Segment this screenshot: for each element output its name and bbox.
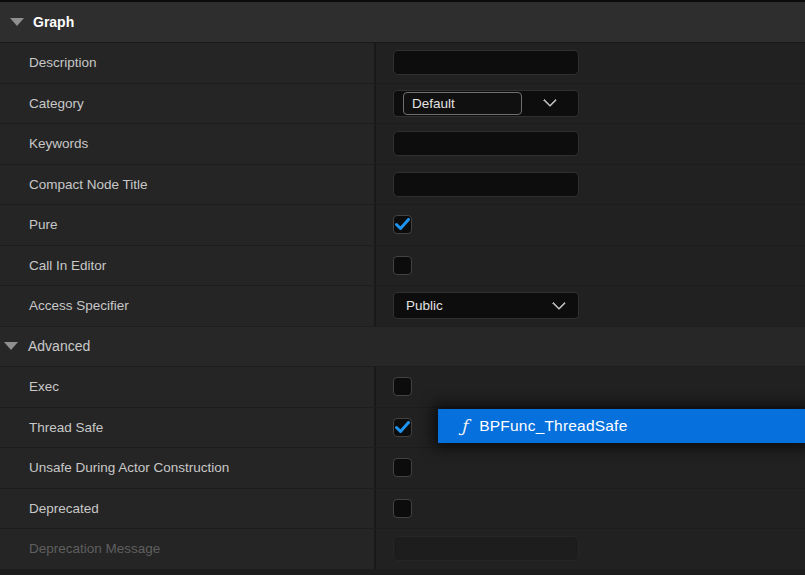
section-header-graph[interactable]: Graph [0,2,805,43]
row-description: Description [0,43,805,84]
dropdown-value: Public [406,298,443,313]
value-cell [376,489,805,529]
thread-safe-checkbox[interactable] [393,418,412,437]
unsafe-during-actor-construction-checkbox[interactable] [393,458,412,477]
drag-preview-label: BPFunc_ThreadSafe [479,417,627,435]
value-cell: Default [376,84,805,124]
exec-checkbox[interactable] [393,377,412,396]
row-call-in-editor: Call In Editor [0,246,805,287]
function-icon: ƒ [461,418,467,435]
deprecation-message-input [393,536,579,561]
value-cell [376,246,805,286]
row-label: Deprecation Message [0,529,376,569]
row-compact-node-title: Compact Node Title [0,165,805,206]
details-panel: Graph Description Category Default Keywo… [0,0,805,575]
row-label: Compact Node Title [0,165,376,205]
row-pure: Pure [0,205,805,246]
panel-bottom-edge [0,570,805,575]
category-combo-dropdown-button[interactable] [522,98,578,108]
access-specifier-dropdown[interactable]: Public [393,292,579,319]
value-cell [376,448,805,488]
row-label: Call In Editor [0,246,376,286]
chevron-down-icon [552,296,566,310]
check-icon [395,421,410,434]
expand-arrow-icon[interactable] [10,18,24,26]
keywords-input[interactable] [393,131,579,156]
row-access-specifier: Access Specifier Public [0,286,805,327]
value-cell [376,367,805,407]
call-in-editor-checkbox[interactable] [393,256,412,275]
category-combo[interactable]: Default [393,90,579,117]
value-cell [376,43,805,83]
pure-checkbox[interactable] [393,215,412,234]
value-cell [376,124,805,164]
row-label: Unsafe During Actor Construction [0,448,376,488]
section-header-advanced[interactable]: Advanced [0,327,805,368]
value-cell [376,165,805,205]
row-exec: Exec [0,367,805,408]
section-title: Graph [33,14,74,30]
row-label: Description [0,43,376,83]
row-label: Thread Safe [0,408,376,448]
row-label: Deprecated [0,489,376,529]
value-cell [376,529,805,569]
row-category: Category Default [0,84,805,125]
row-label: Pure [0,205,376,245]
row-label: Category [0,84,376,124]
value-cell [376,205,805,245]
chevron-down-icon [543,93,557,107]
row-deprecated: Deprecated [0,489,805,530]
drag-preview-bpfunc-threadsafe[interactable]: ƒ BPFunc_ThreadSafe [438,409,805,443]
deprecated-checkbox[interactable] [393,499,412,518]
row-label: Exec [0,367,376,407]
value-cell: Public [376,286,805,326]
description-input[interactable] [393,50,579,75]
row-unsafe-during-actor-construction: Unsafe During Actor Construction [0,448,805,489]
expand-arrow-icon[interactable] [4,342,18,350]
category-combo-text-input[interactable]: Default [403,92,522,115]
row-label: Access Specifier [0,286,376,326]
compact-node-title-input[interactable] [393,172,579,197]
row-label: Keywords [0,124,376,164]
row-deprecation-message: Deprecation Message [0,529,805,570]
row-keywords: Keywords [0,124,805,165]
check-icon [395,218,410,231]
section-title: Advanced [28,338,90,354]
